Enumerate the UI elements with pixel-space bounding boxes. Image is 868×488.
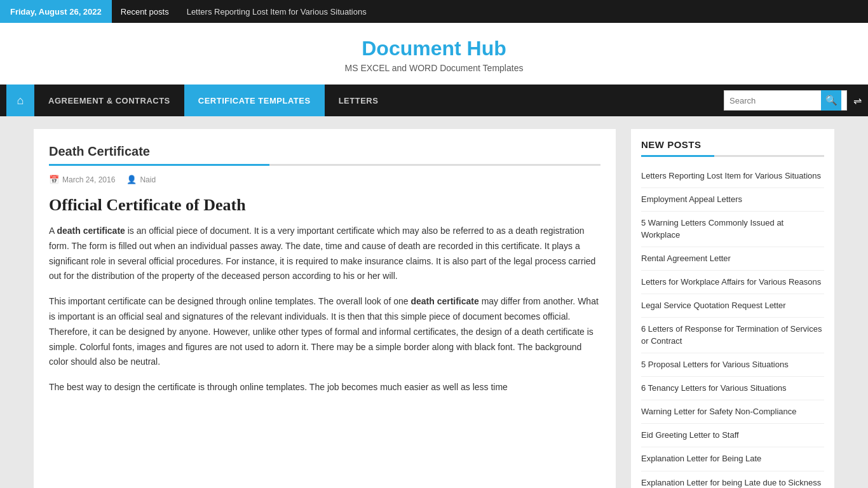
top-bar: Friday, August 26, 2022 Recent posts Let… [0,0,868,23]
sidebar-link-2[interactable]: 5 Warning Letters Commonly Issued at Wor… [641,212,824,247]
sidebar-link-9[interactable]: Warning Letter for Safety Non-Compliance [641,400,824,424]
sidebar-link-12[interactable]: Explanation Letter for being Late due to… [641,471,824,488]
content-para-1: A death certificate is an official piece… [49,224,600,284]
search-box: 🔍 [724,90,847,111]
content-heading: Official Certificate of Death [49,196,600,215]
sidebar-link-4[interactable]: Letters for Workplace Affairs for Variou… [641,271,824,294]
site-subtitle: MS EXCEL and WORD Document Templates [0,63,868,73]
new-posts-section: NEW POSTS Letters Reporting Lost Item fo… [631,129,834,488]
author-icon: 👤 [126,175,137,184]
search-input[interactable] [729,96,818,105]
article-date: 📅 March 24, 2016 [49,175,115,184]
sidebar-link-3[interactable]: Rental Agreement Letter [641,247,824,271]
title-underline [49,164,600,166]
home-nav-button[interactable]: ⌂ [6,85,34,116]
sidebar-link-5[interactable]: Legal Service Quotation Request Letter [641,294,824,318]
sidebar-link-8[interactable]: 6 Tenancy Letters for Various Situations [641,377,824,400]
sidebar-link-6[interactable]: 6 Letters of Response for Termination of… [641,318,824,353]
sidebar-link-0[interactable]: Letters Reporting Lost Item for Various … [641,165,824,188]
recent-label: Recent posts [112,0,178,23]
main-content: Death Certificate 📅 March 24, 2016 👤 Nai… [34,129,616,488]
article-author-text: Naid [140,175,156,184]
sidebar: NEW POSTS Letters Reporting Lost Item fo… [631,129,834,488]
page-wrapper: Death Certificate 📅 March 24, 2016 👤 Nai… [21,116,847,488]
section-underline [641,155,824,157]
main-nav: ⌂ AGREEMENT & CONTRACTS CERTIFICATE TEMP… [0,85,868,116]
shuffle-button[interactable]: ⇌ [853,95,862,107]
ticker-text: Letters Reporting Lost Item for Various … [178,7,376,17]
nav-letters[interactable]: LETTERS [325,85,393,116]
sidebar-link-10[interactable]: Eid Greeting Letter to Staff [641,424,824,447]
calendar-icon: 📅 [49,175,59,184]
sidebar-link-7[interactable]: 5 Proposal Letters for Various Situation… [641,353,824,377]
content-para-3: The best way to design the certificate i… [49,380,600,395]
site-title: Document Hub [0,37,868,60]
content-para-2: This important certificate can be design… [49,294,600,370]
article-title: Death Certificate [49,144,600,159]
new-posts-title: NEW POSTS [641,139,824,150]
article-date-text: March 24, 2016 [62,175,115,184]
site-header: Document Hub MS EXCEL and WORD Document … [0,23,868,85]
search-button[interactable]: 🔍 [821,90,841,111]
sidebar-link-1[interactable]: Employment Appeal Letters [641,188,824,212]
nav-certificate-templates[interactable]: CERTIFICATE TEMPLATES [184,85,325,116]
sidebar-link-11[interactable]: Explanation Letter for Being Late [641,447,824,471]
date-display: Friday, August 26, 2022 [0,0,112,23]
article-author: 👤 Naid [126,175,156,184]
article-meta: 📅 March 24, 2016 👤 Naid [49,175,600,184]
nav-agreement-contracts[interactable]: AGREEMENT & CONTRACTS [34,85,184,116]
